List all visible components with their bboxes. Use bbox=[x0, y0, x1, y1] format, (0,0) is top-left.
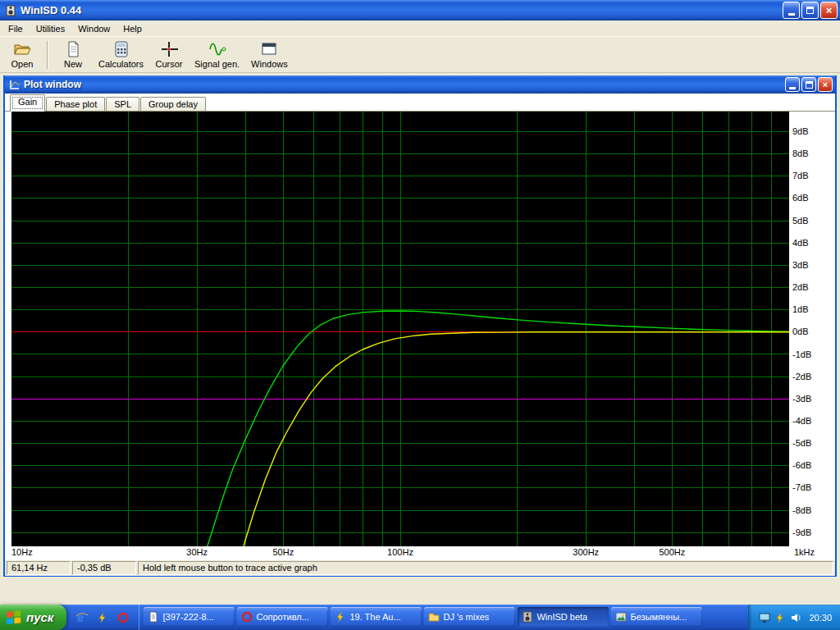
x-axis-label: 300Hz bbox=[573, 547, 599, 557]
x-axis-label: 10Hz bbox=[11, 547, 33, 557]
y-axis-label: -4dB bbox=[792, 416, 811, 427]
plot-tab-strip: GainPhase plotSPLGroup delay bbox=[5, 94, 835, 112]
y-axis-label: -1dB bbox=[792, 349, 811, 360]
ie-icon[interactable]: e bbox=[75, 610, 89, 625]
toolbar-separator bbox=[47, 41, 48, 69]
winisd-app-icon bbox=[4, 4, 17, 17]
menu-item-help[interactable]: Help bbox=[116, 21, 148, 36]
y-axis-label: 7dB bbox=[792, 171, 809, 181]
y-axis-label: 8dB bbox=[792, 148, 809, 159]
plot-area: 9dB8dB7dB6dB5dB4dB3dB2dB1dB0dB-1dB-2dB-3… bbox=[5, 112, 835, 560]
opera-icon[interactable] bbox=[116, 610, 130, 625]
document-icon bbox=[148, 611, 159, 623]
toolbar-button-label: Open bbox=[11, 59, 34, 69]
windows-logo-icon bbox=[6, 609, 22, 626]
toolbar-button-cursor[interactable]: Cursor bbox=[150, 39, 188, 71]
winamp-icon bbox=[335, 611, 346, 623]
toolbar-button-calculators[interactable]: Calculators bbox=[94, 39, 148, 71]
x-axis-label: 1kHz bbox=[794, 547, 815, 557]
toolbar: OpenNewCalculatorsCursorSignal gen.Windo… bbox=[0, 37, 840, 73]
plot-minimize-button[interactable] bbox=[785, 77, 800, 92]
x-axis-label: 30Hz bbox=[186, 547, 208, 557]
status-hint: Hold left mouse button to trace active g… bbox=[138, 561, 833, 575]
task-button[interactable]: [397-222-8... bbox=[144, 607, 235, 627]
start-label: пуск bbox=[26, 610, 53, 624]
toolbar-button-label: New bbox=[64, 59, 82, 69]
calculators-icon bbox=[112, 40, 130, 58]
mdi-client-area: Plot window × GainPhase plotSPLGroup del… bbox=[0, 73, 840, 605]
x-axis-label: 50Hz bbox=[272, 547, 294, 557]
y-axis-label: 5dB bbox=[792, 216, 809, 226]
winamp-icon[interactable] bbox=[95, 610, 110, 625]
winamp-icon[interactable] bbox=[774, 612, 786, 623]
plot-window-title: Plot window bbox=[24, 79, 81, 90]
main-title-bar[interactable]: WinISD 0.44 × bbox=[0, 0, 840, 21]
y-axis-label: 1dB bbox=[792, 304, 809, 315]
window-controls: × bbox=[783, 2, 838, 19]
y-axis-label: -9dB bbox=[792, 527, 811, 538]
x-axis-label: 100Hz bbox=[387, 547, 413, 557]
tab-spl[interactable]: SPL bbox=[106, 97, 139, 111]
y-axis-label: -2dB bbox=[792, 372, 811, 382]
toolbar-button-label: Signal gen. bbox=[194, 59, 240, 69]
task-button-label: Сопротивл... bbox=[256, 612, 308, 622]
y-axis-label: -8dB bbox=[792, 505, 811, 516]
task-button[interactable]: WinISD beta bbox=[518, 607, 609, 627]
toolbar-button-windows[interactable]: Windows bbox=[246, 39, 293, 71]
gain-plot[interactable] bbox=[11, 112, 789, 546]
y-axis: 9dB8dB7dB6dB5dB4dB3dB2dB1dB0dB-1dB-2dB-3… bbox=[791, 112, 833, 546]
quick-launch-bar: e bbox=[66, 605, 139, 630]
open-icon bbox=[13, 40, 31, 58]
toolbar-button-label: Windows bbox=[251, 59, 288, 69]
y-axis-label: 0dB bbox=[792, 326, 809, 337]
maximize-button[interactable] bbox=[801, 2, 819, 19]
plot-window: Plot window × GainPhase plotSPLGroup del… bbox=[3, 75, 837, 577]
task-button[interactable]: 19. The Au... bbox=[331, 607, 422, 627]
display-icon[interactable] bbox=[759, 612, 770, 623]
y-axis-label: -3dB bbox=[792, 394, 811, 404]
toolbar-button-new[interactable]: New bbox=[54, 39, 92, 71]
volume-icon[interactable] bbox=[790, 612, 801, 623]
task-button-label: WinISD beta bbox=[536, 612, 587, 622]
task-button-label: DJ 's mixes bbox=[443, 612, 489, 622]
x-axis: 10Hz30Hz50Hz100Hz300Hz500Hz1kHz bbox=[11, 547, 835, 559]
maximize-icon bbox=[806, 7, 814, 14]
tab-group-delay[interactable]: Group delay bbox=[140, 97, 206, 111]
cursor-icon bbox=[160, 40, 178, 58]
cursor-level-readout: -0,35 dB bbox=[72, 561, 136, 575]
task-button[interactable]: DJ 's mixes bbox=[424, 607, 515, 627]
windows-icon bbox=[260, 40, 278, 58]
toolbar-button-open[interactable]: Open bbox=[3, 39, 41, 71]
maximize-icon bbox=[806, 81, 813, 89]
x-axis-label: 500Hz bbox=[659, 547, 685, 557]
task-button-label: Безымянны... bbox=[630, 612, 687, 622]
menu-item-file[interactable]: File bbox=[2, 21, 30, 36]
task-buttons: [397-222-8...Сопротивл...19. The Au...DJ… bbox=[139, 605, 748, 630]
start-button[interactable]: пуск bbox=[0, 605, 66, 630]
task-button[interactable]: Безымянны... bbox=[611, 607, 702, 627]
tray-icons bbox=[759, 612, 801, 623]
task-button[interactable]: Сопротивл... bbox=[237, 607, 328, 627]
tab-phase-plot[interactable]: Phase plot bbox=[46, 97, 105, 111]
plot-status-bar: 61,14 Hz -0,35 dB Hold left mouse button… bbox=[5, 560, 835, 576]
desktop: WinISD 0.44 × FileUtilitiesWindowHelp Op… bbox=[0, 0, 840, 630]
cursor-frequency-readout: 61,14 Hz bbox=[7, 561, 71, 575]
tab-gain[interactable]: Gain bbox=[10, 94, 45, 112]
plot-title-bar[interactable]: Plot window × bbox=[5, 75, 835, 94]
minimize-icon bbox=[788, 13, 795, 16]
minimize-icon bbox=[789, 87, 796, 89]
task-button-label: 19. The Au... bbox=[349, 612, 400, 622]
y-axis-label: 4dB bbox=[792, 238, 809, 249]
paint-icon bbox=[615, 611, 627, 623]
close-button[interactable]: × bbox=[820, 2, 838, 19]
taskbar: пуск e [397-222-8...Сопротивл...19. The … bbox=[0, 605, 840, 630]
plot-close-button[interactable]: × bbox=[818, 77, 833, 92]
signal-gen-icon bbox=[208, 40, 226, 58]
menu-item-window[interactable]: Window bbox=[71, 21, 116, 36]
menu-item-utilities[interactable]: Utilities bbox=[30, 21, 71, 36]
plot-maximize-button[interactable] bbox=[801, 77, 816, 92]
system-tray: 20:30 bbox=[748, 605, 840, 630]
winisd-icon bbox=[522, 611, 533, 623]
minimize-button[interactable] bbox=[783, 2, 800, 19]
toolbar-button-signal-gen[interactable]: Signal gen. bbox=[189, 39, 244, 71]
